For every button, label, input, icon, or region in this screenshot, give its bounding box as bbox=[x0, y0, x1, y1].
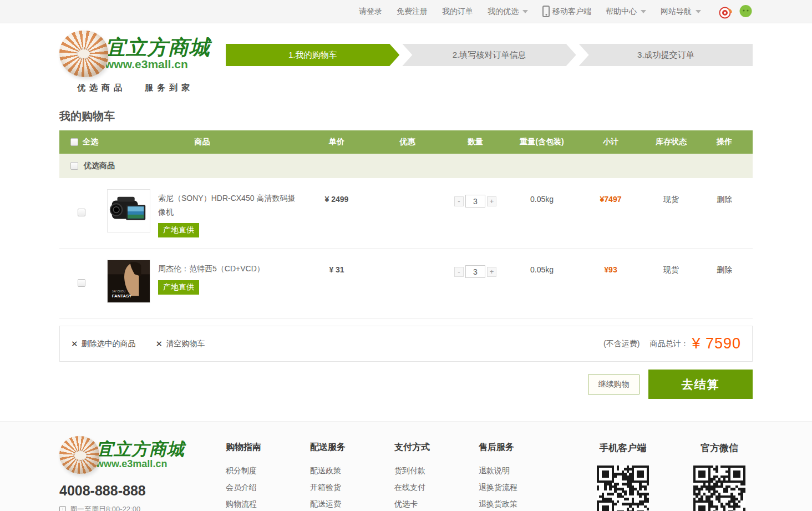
wechat-qr-code bbox=[693, 466, 745, 511]
group-checkbox[interactable] bbox=[70, 162, 78, 170]
site-nav-label: 网站导航 bbox=[661, 7, 692, 17]
col-stock: 库存状态 bbox=[646, 137, 696, 147]
footer-link[interactable]: 货到付款 bbox=[394, 462, 479, 479]
topbar: 请登录 免费注册 我的订单 我的优选 移动客户端 帮助中心 网站导航 bbox=[0, 0, 812, 23]
product-name[interactable]: 周杰伦：范特西5（CD+VCD） bbox=[158, 262, 265, 276]
footer-logo-url: www.e3mall.cn bbox=[96, 458, 185, 470]
footer-logo[interactable]: 宜立方商城 www.e3mall.cn bbox=[59, 436, 226, 474]
logo-title: 宜立方商城 bbox=[105, 37, 210, 58]
footer-link[interactable]: 退换货政策 bbox=[479, 495, 563, 511]
album-cover-line1: JAY CHOU bbox=[112, 290, 126, 293]
help-center-menu[interactable]: 帮助中心 bbox=[606, 7, 646, 17]
col-product: 商品 bbox=[104, 137, 301, 147]
mobile-app-qr-code bbox=[597, 466, 649, 511]
cart-group-row: 优选商品 bbox=[59, 154, 753, 178]
site-nav-menu[interactable]: 网站导航 bbox=[661, 7, 701, 17]
footer-link[interactable]: 配送政策 bbox=[310, 462, 394, 479]
col-unit-price: 单价 bbox=[301, 137, 373, 147]
footer-link[interactable]: 退换货流程 bbox=[479, 479, 563, 495]
cart-table-header: 全选 商品 单价 优惠 数量 重量(含包装) 小计 库存状态 操作 bbox=[59, 130, 753, 154]
discount-value bbox=[373, 178, 442, 195]
close-icon: ✕ bbox=[156, 339, 163, 349]
quantity-stepper: - + bbox=[454, 195, 496, 208]
item-weight: 0.05kg bbox=[509, 249, 575, 274]
footer-link[interactable]: 开箱验货 bbox=[310, 479, 394, 495]
cart-section: 我的购物车 全选 商品 单价 优惠 数量 重量(含包装) 小计 库存状态 操作 … bbox=[59, 109, 753, 399]
qty-plus-button[interactable]: + bbox=[487, 196, 496, 206]
chevron-down-icon bbox=[641, 10, 646, 13]
col-subtotal: 小计 bbox=[575, 137, 646, 147]
footer-link[interactable]: 配送运费 bbox=[310, 495, 394, 511]
footer-column-title: 售后服务 bbox=[479, 442, 563, 453]
footer-link[interactable]: 退款说明 bbox=[479, 462, 563, 479]
qty-minus-button[interactable]: - bbox=[454, 196, 464, 206]
register-link[interactable]: 免费注册 bbox=[397, 7, 428, 17]
service-hours: 周一至周日8:00-22:00 bbox=[70, 504, 140, 511]
chevron-down-icon bbox=[522, 10, 528, 13]
album-cover-line2: FANTASY bbox=[112, 294, 133, 298]
site-header: 宜立方商城 www.e3mall.cn 优选商品 服务到家 1.我的购物车 2.… bbox=[0, 23, 812, 99]
mobile-client-link[interactable]: 移动客户端 bbox=[542, 6, 591, 17]
qty-plus-button[interactable]: + bbox=[487, 267, 496, 277]
clear-cart-button[interactable]: ✕ 清空购物车 bbox=[156, 339, 205, 349]
footer-column-aftersales: 售后服务 退款说明 退换货流程 退换货政策 隐私条款 bbox=[479, 436, 563, 511]
delete-item-link[interactable]: 删除 bbox=[696, 249, 753, 275]
footer-column-shopping-guide: 购物指南 积分制度 会员介绍 购物流程 常见问题 bbox=[226, 436, 310, 511]
footer-link[interactable]: 会员介绍 bbox=[226, 479, 310, 495]
delete-item-link[interactable]: 删除 bbox=[696, 178, 753, 205]
checkout-button[interactable]: 去结算 bbox=[648, 370, 753, 399]
item-weight: 0.05kg bbox=[509, 178, 575, 204]
product-image-album[interactable]: JAY CHOU FANTASY bbox=[107, 260, 150, 303]
logo-slogan: 优选商品 服务到家 bbox=[59, 83, 226, 93]
page-title: 我的购物车 bbox=[59, 109, 753, 124]
chevron-down-icon bbox=[696, 10, 701, 13]
footer-column-title: 支付方式 bbox=[394, 442, 479, 453]
continue-shopping-button[interactable]: 继续购物 bbox=[588, 375, 640, 394]
product-name[interactable]: 索尼（SONY）HDR-CX450 高清数码摄像机 bbox=[158, 191, 301, 219]
logo[interactable]: 宜立方商城 www.e3mall.cn 优选商品 服务到家 bbox=[59, 31, 226, 93]
footer-link[interactable]: 购物流程 bbox=[226, 495, 310, 511]
delete-selected-button[interactable]: ✕ 删除选中的商品 bbox=[71, 339, 136, 349]
clock-icon bbox=[59, 506, 66, 511]
wechat-qr-label: 官方微信 bbox=[686, 442, 753, 454]
footer-column-title: 购物指南 bbox=[226, 442, 310, 453]
qty-input[interactable] bbox=[465, 265, 485, 278]
col-action: 操作 bbox=[696, 137, 753, 147]
weibo-icon[interactable] bbox=[719, 4, 733, 19]
select-all-checkbox[interactable] bbox=[70, 138, 78, 146]
qty-minus-button[interactable]: - bbox=[454, 267, 464, 277]
footer-link[interactable]: 在线支付 bbox=[394, 479, 479, 495]
freight-note: (不含运费) bbox=[603, 339, 640, 349]
login-link[interactable]: 请登录 bbox=[359, 7, 382, 17]
checkout-steps: 1.我的购物车 2.填写核对订单信息 3.成功提交订单 bbox=[226, 44, 753, 66]
footer-logo-title: 宜立方商城 bbox=[96, 440, 185, 458]
mobile-app-qr-label: 手机客户端 bbox=[590, 442, 656, 454]
phone-icon bbox=[542, 6, 550, 17]
item-checkbox[interactable] bbox=[78, 209, 85, 216]
item-subtotal: ¥93 bbox=[575, 249, 646, 274]
footer-link[interactable]: 积分制度 bbox=[226, 462, 310, 479]
stock-status: 现货 bbox=[646, 249, 696, 275]
my-orders-link[interactable]: 我的订单 bbox=[442, 7, 473, 17]
mobile-client-label: 移动客户端 bbox=[552, 7, 591, 17]
product-image-camcorder[interactable] bbox=[107, 189, 150, 232]
my-picks-menu[interactable]: 我的优选 bbox=[488, 7, 528, 17]
table-row: JAY CHOU FANTASY 周杰伦：范特西5（CD+VCD） 产地直供 ¥… bbox=[59, 249, 753, 319]
unit-price: ¥ 2499 bbox=[301, 178, 373, 204]
footer-column-title: 配送服务 bbox=[310, 442, 394, 453]
step-cart: 1.我的购物车 bbox=[226, 44, 399, 66]
delete-selected-label: 删除选中的商品 bbox=[82, 339, 136, 349]
group-label: 优选商品 bbox=[84, 161, 115, 171]
slogan-left: 优选商品 bbox=[77, 83, 126, 93]
col-discount: 优惠 bbox=[373, 137, 442, 147]
col-quantity: 数量 bbox=[442, 137, 509, 147]
service-phone: 4008-888-888 bbox=[59, 483, 226, 499]
qty-input[interactable] bbox=[465, 195, 485, 208]
origin-supply-badge: 产地直供 bbox=[158, 280, 199, 295]
footer-link[interactable]: 优选卡 bbox=[394, 495, 479, 511]
item-subtotal: ¥7497 bbox=[575, 178, 646, 204]
wechat-icon[interactable] bbox=[739, 4, 753, 18]
item-checkbox[interactable] bbox=[78, 279, 85, 287]
close-icon: ✕ bbox=[71, 339, 78, 349]
step-submit-success: 3.成功提交订单 bbox=[579, 44, 753, 66]
